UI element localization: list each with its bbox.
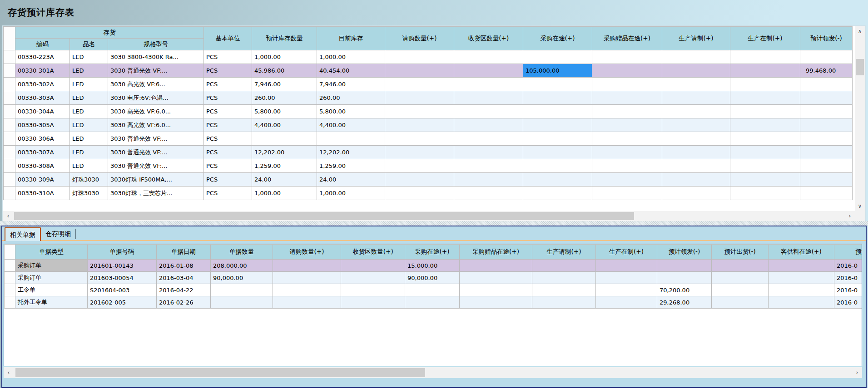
- grid-cell[interactable]: 00330-306A: [15, 132, 70, 146]
- grid-cell[interactable]: 灯珠3030: [70, 173, 108, 187]
- column-header[interactable]: 生产在制(+): [596, 245, 657, 260]
- grid-cell[interactable]: [662, 91, 730, 105]
- grid-cell[interactable]: [341, 284, 405, 296]
- column-header[interactable]: 基本单位: [204, 27, 252, 50]
- grid-cell[interactable]: 15,000.00: [405, 260, 460, 272]
- column-header[interactable]: 预计领发(-): [800, 27, 853, 50]
- grid-cell[interactable]: 99,468.00: [800, 64, 853, 78]
- grid-cell[interactable]: [596, 272, 657, 284]
- grid-cell[interactable]: 24.00: [252, 173, 317, 187]
- grid-cell[interactable]: [800, 187, 853, 200]
- grid-cell[interactable]: 2016-0: [834, 260, 863, 272]
- column-header[interactable]: 规格型号: [108, 39, 204, 50]
- column-header[interactable]: 采购赠品在途(+): [460, 245, 532, 260]
- column-header[interactable]: 采购在途(+): [523, 27, 592, 50]
- column-header[interactable]: 收货区数量(+): [341, 245, 405, 260]
- grid-cell[interactable]: [769, 284, 834, 296]
- column-header[interactable]: 生产请制(+): [662, 27, 730, 50]
- grid-cell[interactable]: 3030灯珠，三安芯片...: [108, 187, 204, 200]
- grid-cell[interactable]: [662, 173, 730, 187]
- grid-cell[interactable]: PCS: [204, 64, 252, 78]
- grid-cell[interactable]: [662, 118, 730, 132]
- grid-cell[interactable]: LED: [70, 118, 108, 132]
- column-header[interactable]: 预计出货(-): [712, 245, 769, 260]
- grid-cell[interactable]: [730, 50, 800, 64]
- scroll-right-icon[interactable]: ›: [845, 211, 855, 221]
- grid-cell[interactable]: [662, 64, 730, 78]
- grid-cell[interactable]: [454, 146, 523, 159]
- column-header[interactable]: 单据数量: [211, 245, 273, 260]
- grid-cell[interactable]: [592, 173, 662, 187]
- grid-cell[interactable]: [454, 64, 523, 78]
- grid-cell[interactable]: 2016-02-26: [157, 296, 211, 309]
- grid-cell[interactable]: [532, 284, 596, 296]
- grid-cell[interactable]: [596, 296, 657, 309]
- grid-cell[interactable]: [532, 296, 596, 309]
- grid-cell[interactable]: [657, 260, 712, 272]
- grid-cell[interactable]: [523, 105, 592, 118]
- grid-cell[interactable]: [730, 159, 800, 173]
- row-indicator[interactable]: [5, 296, 15, 309]
- grid-cell[interactable]: 3030 普通光效 VF:...: [108, 146, 204, 159]
- grid-cell[interactable]: 00330-303A: [15, 91, 70, 105]
- grid-cell[interactable]: LED: [70, 132, 108, 146]
- grid-cell[interactable]: [730, 146, 800, 159]
- grid-cell[interactable]: 00330-305A: [15, 118, 70, 132]
- row-indicator[interactable]: [4, 105, 15, 118]
- grid-cell[interactable]: 105,000.00: [523, 64, 592, 78]
- column-header[interactable]: 预计: [834, 245, 863, 260]
- select-all-corner[interactable]: [4, 27, 15, 50]
- grid-cell[interactable]: 201603-00054: [88, 272, 157, 284]
- grid-cell[interactable]: [800, 159, 853, 173]
- horizontal-scrollbar-thumb[interactable]: [14, 212, 634, 220]
- grid-cell[interactable]: 00330-304A: [15, 105, 70, 118]
- grid-cell[interactable]: PCS: [204, 173, 252, 187]
- grid-cell[interactable]: [405, 296, 460, 309]
- grid-cell[interactable]: 采购订单: [15, 260, 88, 272]
- grid-cell[interactable]: [523, 78, 592, 91]
- grid-cell[interactable]: [662, 105, 730, 118]
- grid-cell[interactable]: [730, 105, 800, 118]
- grid-cell[interactable]: [460, 284, 532, 296]
- grid-cell[interactable]: [800, 118, 853, 132]
- grid-cell[interactable]: [385, 91, 454, 105]
- grid-cell[interactable]: 12,202.00: [252, 146, 317, 159]
- grid-cell[interactable]: [341, 272, 405, 284]
- grid-cell[interactable]: [592, 50, 662, 64]
- grid-cell[interactable]: PCS: [204, 50, 252, 64]
- grid-cell[interactable]: LED: [70, 159, 108, 173]
- grid-cell[interactable]: 1,000.00: [317, 50, 385, 64]
- grid-cell[interactable]: 1,259.00: [252, 159, 317, 173]
- grid-cell[interactable]: [730, 78, 800, 91]
- column-header[interactable]: 生产在制(+): [730, 27, 800, 50]
- grid-cell[interactable]: [523, 118, 592, 132]
- grid-cell[interactable]: [730, 91, 800, 105]
- row-indicator[interactable]: [5, 284, 15, 296]
- grid-cell[interactable]: 采购订单: [15, 272, 88, 284]
- row-indicator[interactable]: [5, 260, 15, 272]
- row-indicator[interactable]: [4, 132, 15, 146]
- grid-cell[interactable]: [460, 272, 532, 284]
- grid-cell[interactable]: 260.00: [252, 91, 317, 105]
- grid-cell[interactable]: [460, 296, 532, 309]
- grid-cell[interactable]: [730, 132, 800, 146]
- column-header[interactable]: 单据日期: [157, 245, 211, 260]
- row-indicator[interactable]: [4, 78, 15, 91]
- grid-cell[interactable]: [385, 105, 454, 118]
- vertical-scrollbar-thumb[interactable]: [856, 59, 864, 75]
- select-all-corner[interactable]: [5, 245, 15, 260]
- column-header[interactable]: 收货区数量(+): [454, 27, 523, 50]
- grid-cell[interactable]: 3030 高光效 VF:6.0...: [108, 118, 204, 132]
- grid-cell[interactable]: 12,202.00: [317, 146, 385, 159]
- grid-cell[interactable]: 260.00: [317, 91, 385, 105]
- grid-cell[interactable]: PCS: [204, 146, 252, 159]
- grid-cell[interactable]: 201601-00143: [88, 260, 157, 272]
- scroll-right-icon[interactable]: ›: [852, 367, 862, 378]
- grid-cell[interactable]: [385, 64, 454, 78]
- horizontal-scrollbar[interactable]: ‹ ›: [3, 211, 855, 221]
- row-indicator[interactable]: [4, 64, 15, 78]
- grid-cell[interactable]: PCS: [204, 91, 252, 105]
- grid-cell[interactable]: [596, 284, 657, 296]
- grid-cell[interactable]: PCS: [204, 118, 252, 132]
- grid-cell[interactable]: [592, 91, 662, 105]
